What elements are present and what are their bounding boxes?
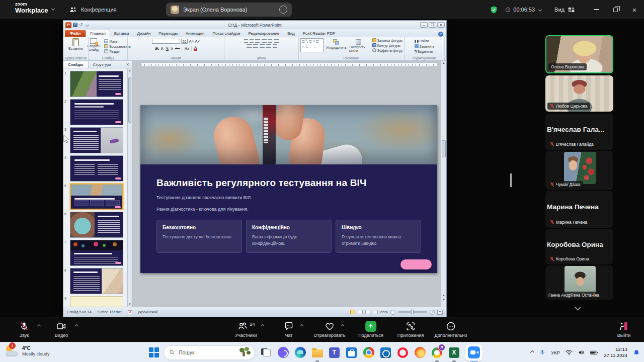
paste-button[interactable]: Вставить — [68, 38, 83, 50]
thumbnail-slide-9[interactable]: 9 — [64, 296, 127, 307]
quick-styles-button[interactable]: Экспресс-стили — [349, 38, 368, 52]
microsoft-store-app[interactable] — [345, 346, 358, 359]
change-case-button[interactable]: Aa — [184, 46, 189, 51]
thumbnail-slide-6[interactable]: 6 — [64, 212, 127, 238]
thumbnail-slide-7[interactable]: 7 — [64, 240, 127, 266]
participant-video-olena[interactable]: Олена Воронова — [545, 35, 613, 73]
align-center-icon[interactable] — [253, 44, 258, 48]
justify-icon[interactable] — [266, 44, 271, 48]
speaker-icon[interactable] — [578, 349, 585, 355]
font-size-box[interactable]: 26 — [181, 39, 188, 44]
undo-icon[interactable]: ↺ — [79, 23, 85, 27]
tab-home[interactable]: Главная — [86, 30, 110, 37]
participant-tile-vyacheslav[interactable]: В'ячеслав Гала... В'ячеслав Галайда — [545, 114, 613, 150]
maximize-button[interactable] — [606, 0, 625, 19]
tab-file[interactable]: Файл — [65, 30, 86, 37]
participant-tile-chumak[interactable]: Чумак Даша — [545, 151, 613, 190]
viber-app[interactable] — [277, 346, 289, 359]
view-button[interactable]: Вид — [554, 7, 575, 13]
audio-button[interactable]: Звук — [19, 321, 29, 338]
task-view-button[interactable] — [260, 346, 272, 359]
participants-scroll-down-icon[interactable] — [575, 304, 581, 311]
layout-button[interactable]: Макет — [104, 39, 130, 43]
shapes-gallery[interactable]: ◻╲◻○◻ △◇←☆ — [300, 38, 324, 52]
security-shield-icon[interactable] — [490, 6, 498, 14]
line-spacing-icon[interactable] — [268, 39, 272, 43]
chrome-profile-app[interactable]: Л — [431, 346, 443, 359]
battery-icon[interactable] — [590, 350, 598, 355]
zoom-out-button[interactable]: − — [390, 310, 395, 315]
select-button[interactable]: Выделить — [415, 50, 435, 53]
tab-slideshow[interactable]: Показ слайдов — [208, 30, 244, 37]
powerpoint-logo[interactable]: P — [65, 22, 71, 28]
thumbnails-scrollbar[interactable]: ▲ ▼ — [127, 68, 132, 307]
more-button[interactable]: Дополнительно — [435, 321, 467, 338]
underline-button[interactable]: Ч — [166, 46, 169, 51]
align-right-icon[interactable] — [260, 44, 265, 48]
panel-tab-slides[interactable]: Слайды — [63, 61, 89, 68]
chat-button[interactable]: Чат — [284, 321, 294, 338]
audio-options-chevron[interactable] — [37, 324, 41, 328]
indent-increase-icon[interactable] — [262, 39, 267, 43]
thumbnail-slide-3[interactable]: 3 — [64, 127, 127, 153]
thumbnail-slide-4[interactable]: 4 — [64, 155, 127, 182]
new-slide-button[interactable]: Создать слайд — [85, 38, 102, 51]
save-icon[interactable] — [73, 23, 77, 27]
tab-foxit[interactable]: Foxit Reader PDF — [299, 30, 339, 37]
firefox-app[interactable] — [414, 346, 426, 359]
zoom-slider[interactable] — [398, 311, 427, 313]
thumbnail-slide-8[interactable]: 8 — [64, 268, 127, 294]
participant-tile-maryna[interactable]: Марина Печена Марина Печена — [545, 191, 613, 228]
video-options-chevron[interactable] — [75, 324, 78, 328]
sorter-view-button[interactable] — [358, 310, 363, 314]
wifi-icon[interactable] — [566, 349, 573, 355]
meeting-timer[interactable]: 00:06:53 — [505, 7, 541, 13]
react-button[interactable]: Отреагировать — [314, 321, 346, 338]
shape-outline-button[interactable]: Контур фигуры — [372, 43, 403, 47]
tray-mic-icon[interactable] — [539, 349, 545, 356]
participant-tile-korobova[interactable]: Коробова Орина Коробова Орина — [545, 229, 613, 264]
slide-canvas[interactable]: Важливість регулярного тестування на ВІЧ… — [140, 105, 437, 273]
shape-fill-button[interactable]: Заливка фигуры — [372, 38, 403, 42]
font-name-box[interactable] — [152, 39, 180, 44]
indent-decrease-icon[interactable] — [255, 39, 260, 43]
tab-animations[interactable]: Анимация — [182, 30, 209, 37]
reading-view-button[interactable] — [365, 310, 370, 314]
numbering-icon[interactable] — [250, 39, 254, 43]
edge-app[interactable] — [294, 346, 306, 359]
excel-app[interactable]: X — [448, 346, 460, 359]
tab-screen-share[interactable]: Экран (Олена Воронова) ··· — [166, 3, 292, 17]
help-icon[interactable]: ? — [438, 32, 443, 37]
participant-tile-hanna[interactable]: Ганна Андріївна Останіна — [545, 265, 613, 300]
find-button[interactable]: Найти — [415, 39, 435, 43]
share-button[interactable]: Поделиться — [358, 321, 383, 338]
shrink-font-icon[interactable]: A˅ — [195, 39, 200, 44]
strikethrough-button[interactable]: abc — [175, 46, 180, 50]
teams-app[interactable]: T — [328, 346, 341, 359]
replace-button[interactable]: Заменить — [415, 44, 435, 48]
outlook-app[interactable] — [379, 346, 392, 359]
font-color-button[interactable]: A — [194, 45, 197, 51]
tab-conference[interactable]: Конференция — [69, 0, 116, 19]
grow-font-icon[interactable]: A˄ — [189, 39, 194, 44]
pp-minimize-button[interactable]: – — [420, 22, 428, 28]
thumbnail-slide-5-selected[interactable]: 5 — [64, 184, 127, 210]
italic-button[interactable]: К — [161, 46, 164, 51]
pp-close-button[interactable]: ✕ — [437, 22, 445, 28]
clock-widget[interactable]: 12:13 27.11.2024 — [604, 346, 627, 359]
video-button[interactable]: Видео — [55, 321, 68, 338]
bold-button[interactable]: Ж — [154, 46, 158, 51]
language-indicator[interactable]: УКР — [551, 350, 560, 355]
text-direction-icon[interactable] — [274, 39, 279, 43]
normal-view-button[interactable] — [350, 310, 355, 314]
thumbnail-slide-2[interactable]: 2 — [64, 99, 127, 125]
zoom-app-active[interactable] — [465, 346, 483, 359]
participants-options-chevron[interactable] — [261, 324, 265, 328]
panel-close-icon[interactable]: ✕ — [123, 61, 132, 68]
file-explorer-app[interactable] — [311, 346, 324, 359]
tab-transitions[interactable]: Переходы — [154, 30, 182, 37]
spellcheck-icon[interactable]: ✗ — [128, 310, 132, 314]
leave-button[interactable]: Выйти — [617, 321, 631, 338]
opera-app[interactable] — [396, 346, 409, 359]
slideshow-view-button[interactable] — [373, 310, 378, 314]
